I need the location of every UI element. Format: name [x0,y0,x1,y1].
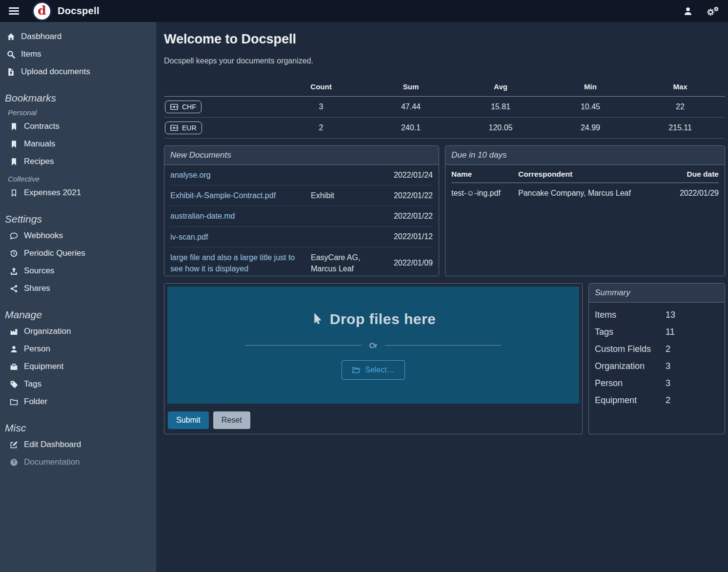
share-icon [10,285,18,293]
summary-value: 3 [666,361,670,371]
sidebar-item-manuals[interactable]: Manuals [0,135,156,153]
document-correspondent: Exhibit [311,190,386,201]
document-link[interactable]: iv-scan.pdf [170,231,311,243]
summary-row: Person 3 [595,375,719,392]
new-documents-title: New Documents [164,146,439,165]
currency-badge-chf[interactable]: CHF [165,101,202,113]
document-date: 2022/01/12 [386,232,433,241]
summary-value: 11 [666,327,675,337]
select-label: Select… [365,366,394,374]
sidebar-item-webhooks[interactable]: Webhooks [0,227,156,245]
summary-label: Organization [595,361,666,371]
stats-table: Count Sum Avg Min Max CHF 3 47.44 15.81 … [164,78,725,139]
sidebar-item-recipes[interactable]: Recipes [0,153,156,170]
sidebar-item-label: Shares [24,284,50,293]
sidebar-item-equipment[interactable]: Equipment [0,358,156,375]
sidebar-item-label: Recipes [24,157,54,166]
document-link[interactable]: analyse.org [170,169,311,181]
sidebar-item-documentation[interactable]: ? Documentation [0,453,156,471]
bookmark-icon [10,140,18,148]
document-link[interactable]: large file and also a large title just t… [170,252,311,274]
bookmark-outline-icon [10,189,18,197]
currency-badge-eur[interactable]: EUR [165,122,202,134]
topbar: d Docspell [0,0,728,22]
stat-count: 2 [276,118,366,139]
due-document-link[interactable]: test-☺-ing.pdf [451,183,518,204]
settings-section-title: Settings [0,213,156,225]
summary-row: Tags 11 [595,324,719,341]
summary-title: Summary [589,284,725,303]
folder-icon [10,398,18,406]
home-icon [7,33,15,41]
due-table: Name Correspondent Due date test-☺-ing.p… [451,165,719,204]
document-link[interactable]: australian-date.md [170,210,311,222]
reset-button[interactable]: Reset [213,411,250,429]
sidebar-item-label: Items [21,49,41,59]
sidebar-item-upload-documents[interactable]: Upload documents [0,63,156,81]
sidebar-item-organization[interactable]: Organization [0,323,156,340]
submit-button[interactable]: Submit [168,411,209,429]
user-icon [10,345,18,353]
stat-max: 22 [635,97,725,118]
sidebar-item-periodic-queries[interactable]: Periodic Queries [0,245,156,262]
search-icon [7,50,15,59]
sidebar-item-dashboard[interactable]: Dasbhoard [0,28,156,45]
due-row: test-☺-ing.pdf Pancake Company, Marcus L… [451,183,719,204]
summary-value: 2 [666,395,670,406]
summary-value: 2 [666,344,670,354]
due-date: 2022/01/29 [665,183,719,204]
drop-label: Drop files here [330,311,436,327]
misc-section-title: Misc [0,422,156,434]
manage-section-title: Manage [0,309,156,321]
sidebar-item-label: Folder [24,397,47,407]
sidebar-item-label: Sources [24,266,54,276]
stats-row-eur: EUR 2 240.1 120.05 24.99 215.11 [164,118,725,139]
or-divider: Or [245,341,501,349]
stat-count: 3 [276,97,366,118]
currency-label: EUR [182,124,197,132]
select-files-button[interactable]: Select… [342,360,404,380]
briefcase-icon [10,363,18,371]
sidebar: Dasbhoard Items Upload documents Bookmar… [0,22,156,572]
bookmark-icon [10,158,18,166]
docspell-logo-icon: d [32,1,52,21]
stats-header-count: Count [276,78,366,97]
industry-icon [10,327,18,336]
upload-panel: Drop files here Or Select… Submit Reset [164,283,583,434]
stat-min: 10.45 [546,97,635,118]
summary-row: Organization 3 [595,358,719,375]
document-date: 2022/01/22 [386,212,433,221]
user-icon[interactable] [683,6,693,16]
sidebar-item-label: Periodic Queries [24,248,85,258]
due-header-date: Due date [665,165,719,183]
sidebar-item-contracts[interactable]: Contracts [0,118,156,135]
stat-min: 24.99 [546,118,635,139]
document-link[interactable]: Exhibit-A-Sample-Contract.pdf [170,190,311,201]
sidebar-item-edit-dashboard[interactable]: Edit Dashboard [0,436,156,453]
sidebar-item-items[interactable]: Items [0,45,156,63]
stats-header-sum: Sum [366,78,456,97]
cogs-icon[interactable] [706,6,719,17]
sidebar-item-shares[interactable]: Shares [0,280,156,297]
page-title: Welcome to Docspell [164,32,725,47]
money-bill-icon [170,124,178,131]
menu-icon[interactable] [9,7,19,15]
stats-header-min: Min [546,78,635,97]
due-header-correspondent: Correspondent [518,165,665,183]
document-row: australian-date.md 2022/01/22 [170,206,433,226]
sidebar-item-label: Webhooks [24,231,63,241]
stats-header-avg: Avg [456,78,546,97]
sidebar-item-expenses-2021[interactable]: Expenses 2021 [0,184,156,202]
document-correspondent: EasyCare AG, Marcus Leaf [311,252,386,274]
sidebar-item-folder[interactable]: Folder [0,393,156,410]
app-name: Docspell [58,5,100,17]
sidebar-item-sources[interactable]: Sources [0,262,156,280]
main-content: Welcome to Docspell Docspell keeps your … [156,22,728,572]
file-dropzone[interactable]: Drop files here Or Select… [167,286,579,404]
summary-panel: Summary Items 13 Tags 11 Custom Fields 2 [588,283,725,434]
sidebar-item-tags[interactable]: Tags [0,375,156,393]
sidebar-item-label: Expenses 2021 [24,188,81,198]
document-row: analyse.org 2022/01/24 [170,165,433,185]
sidebar-item-person[interactable]: Person [0,340,156,358]
document-row: Exhibit-A-Sample-Contract.pdf Exhibit 20… [170,185,433,206]
